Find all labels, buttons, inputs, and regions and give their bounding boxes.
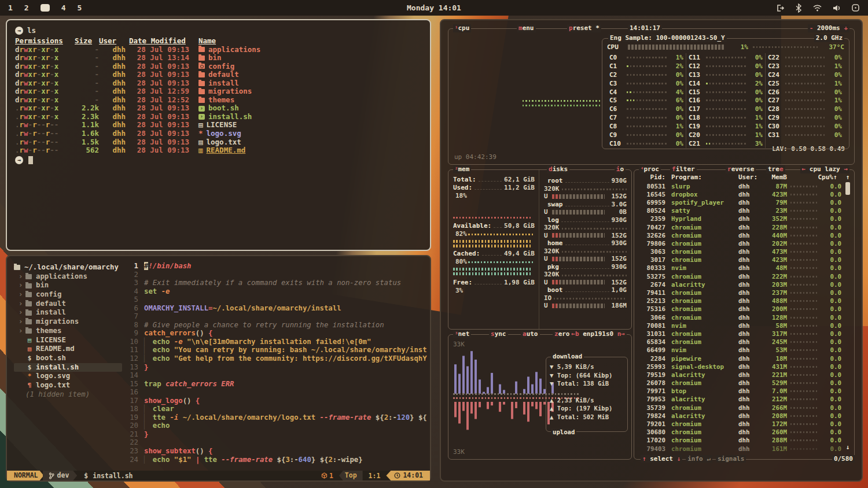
proc-signals-action[interactable]: signals bbox=[716, 455, 746, 463]
workspace-item[interactable] bbox=[41, 4, 50, 12]
proc-rows[interactable]: 80531slurpdhh87M0.016545dropboxdhh423M0.… bbox=[639, 182, 841, 453]
tree-dir-migrations[interactable]: ›migrations bbox=[14, 317, 127, 327]
tree-file-boot.sh[interactable]: $boot.sh bbox=[14, 354, 127, 363]
proc-row[interactable]: 16545dropboxdhh423M0.0 bbox=[639, 190, 841, 198]
disk-entry-pkg: pkg930G320KU152G bbox=[544, 263, 627, 287]
settings-icon[interactable] bbox=[851, 3, 860, 12]
proc-row[interactable]: 3066chromiumdhh128M0.0 bbox=[639, 313, 841, 321]
proc-row[interactable]: 32626chromiumdhh440M0.0 bbox=[639, 231, 841, 239]
volume-icon[interactable] bbox=[832, 3, 841, 13]
tree-dir-applications[interactable]: ›applications bbox=[14, 272, 127, 282]
disk-name-row: home930G bbox=[544, 239, 627, 247]
proc-row[interactable]: 30680chromiumdhh260M0.0 bbox=[639, 428, 841, 437]
proc-row[interactable]: 75316chromiumdhh200M0.0 bbox=[639, 305, 841, 313]
proc-row[interactable]: 31031chromiumdhh317M0.0 bbox=[639, 330, 841, 338]
proc-row[interactable]: 3017chromiumdhh423M0.0 bbox=[639, 256, 841, 264]
tree-dir-bin[interactable]: ›bin bbox=[14, 281, 127, 290]
proc-info-action[interactable]: info ↵ bbox=[686, 455, 712, 463]
net-tab[interactable]: ³net bbox=[453, 330, 471, 338]
net-interface[interactable]: ←b enp191s0 n→ bbox=[569, 330, 627, 338]
proc-reverse[interactable]: reverse bbox=[726, 165, 756, 173]
proc-row[interactable]: 80333nvimdhh48M0.0 bbox=[639, 264, 841, 272]
proc-row[interactable]: 79953alacrittydhh212M0.0 bbox=[639, 395, 841, 404]
cpu-tab[interactable]: ¹cpu bbox=[453, 24, 471, 32]
net-sync[interactable]: sync bbox=[489, 330, 508, 338]
bluetooth-icon[interactable] bbox=[795, 3, 803, 13]
disk-entry-home: home930G320KU152G bbox=[544, 239, 627, 263]
tree-file-README.md[interactable]: ▧README.md bbox=[14, 345, 127, 354]
proc-row[interactable]: 35739chromiumdhh266M0.0 bbox=[639, 404, 841, 412]
permissions: .rw-r--r-- bbox=[15, 130, 75, 138]
proc-row[interactable]: 80524sattydhh23M0.0 bbox=[639, 207, 841, 215]
proc-row[interactable]: 65834chromiumdhh245M0.0 bbox=[639, 338, 841, 346]
proc-row[interactable]: 66499nvimdhh53M0.0 bbox=[639, 346, 841, 354]
proc-tab[interactable]: ⁴proc bbox=[639, 165, 661, 173]
btop-window[interactable]: ¹cpu menu preset * 14:01:17 - 2000ms + u… bbox=[440, 19, 863, 482]
proc-row[interactable]: 3063chromiumdhh473M0.0 bbox=[639, 248, 841, 256]
proc-row[interactable]: 25993signal-desktopdhh431M0.0 bbox=[639, 363, 841, 371]
proc-row[interactable]: 79201chromiumdhh172M0.0 bbox=[639, 420, 841, 428]
sort-arrow[interactable]: ↑ bbox=[833, 173, 841, 182]
proc-row[interactable]: 79806chromiumdhh202M0.0 bbox=[639, 239, 841, 247]
workspace-item[interactable]: 5 bbox=[77, 3, 82, 12]
workspace-item[interactable]: 1 bbox=[8, 3, 13, 12]
proc-row[interactable]: 70427chromiumdhh228M0.0 bbox=[639, 223, 841, 231]
net-auto[interactable]: auto bbox=[521, 330, 540, 338]
tree-file-logo.txt[interactable]: ¶logo.txt bbox=[14, 381, 127, 390]
proc-row[interactable]: 2359Hyprlanddhh352M0.0 bbox=[639, 215, 841, 223]
filename: $install.sh bbox=[84, 472, 133, 480]
proc-tree[interactable]: tree bbox=[766, 165, 785, 173]
mem-tab[interactable]: ²mem bbox=[453, 165, 471, 173]
proc-row[interactable]: 26078chromiumdhh529M0.0 bbox=[639, 379, 841, 387]
proc-row[interactable]: 79519alacrittydhh221M0.0 bbox=[639, 371, 841, 379]
file-icon: $ bbox=[25, 363, 34, 372]
folder-icon bbox=[25, 328, 32, 334]
editor-window[interactable]: ~/.local/share/omarchy›applications›bin›… bbox=[6, 255, 431, 482]
proc-row[interactable]: 2674alacrittydhh203M0.0 bbox=[639, 280, 841, 289]
scrollbar-thumb[interactable] bbox=[845, 182, 850, 195]
proc-row[interactable]: 69959spotify_playerdhh79M0.0 bbox=[639, 198, 841, 206]
proc-row[interactable]: 79411chromiumdhh237M0.0 bbox=[639, 289, 841, 297]
proc-row[interactable]: 2284pipewiredhh18M0.0 bbox=[639, 354, 841, 363]
tree-dir-themes[interactable]: ›themes bbox=[14, 327, 127, 336]
menu-tab[interactable]: menu bbox=[517, 24, 536, 32]
tree-dir-install[interactable]: ›install bbox=[14, 308, 127, 317]
network-icon[interactable] bbox=[812, 3, 822, 13]
proc-sort[interactable]: ← cpu lazy → bbox=[800, 165, 849, 173]
core-meter bbox=[706, 65, 746, 67]
proc-row[interactable]: 79403chromiumdhh161M0.0 bbox=[639, 445, 841, 453]
net-zero[interactable]: zero bbox=[553, 330, 572, 338]
tree-file-logo.svg[interactable]: *logo.svg bbox=[14, 372, 127, 381]
workspace-item[interactable]: 2 bbox=[24, 3, 29, 12]
file-name: ▥README.md bbox=[198, 146, 245, 155]
terminal-window[interactable]: → ls PermissionsSizeUserDate ModifiedNam… bbox=[6, 19, 431, 251]
ls-table: PermissionsSizeUserDate ModifiedName drw… bbox=[15, 37, 422, 165]
proc-row[interactable]: 79824alacrittydhh208M0.0 bbox=[639, 412, 841, 420]
core-meter bbox=[706, 82, 746, 84]
workspace-item[interactable]: 4 bbox=[61, 3, 66, 12]
proc-filter[interactable]: filter bbox=[670, 165, 697, 173]
polling-interval[interactable]: - 2000ms + bbox=[808, 24, 849, 32]
tree-dir-config[interactable]: ›config bbox=[14, 290, 127, 300]
tree-root[interactable]: ~/.local/share/omarchy bbox=[14, 263, 127, 272]
script-icon: › bbox=[198, 114, 205, 120]
proc-row[interactable]: 53275chromiumdhh222M0.0 bbox=[639, 272, 841, 280]
tree-file-install.sh[interactable]: $install.sh bbox=[14, 363, 122, 372]
preset-tab[interactable]: preset * bbox=[567, 24, 601, 32]
code-text: OMARCHY_INSTALL=~/.local/share/omarchy/i… bbox=[144, 304, 341, 313]
proc-row[interactable]: 80531slurpdhh87M0.0 bbox=[639, 182, 841, 190]
proc-row[interactable]: 17020chromiumdhh288M0.0 bbox=[639, 437, 841, 445]
cpu-frequency: 2.0 GHz bbox=[814, 34, 844, 42]
proc-row[interactable]: 25213chromiumdhh488M0.0 bbox=[639, 297, 841, 305]
proc-row[interactable]: 70081nvimdhh58M0.0 bbox=[639, 321, 841, 330]
code-area[interactable]: 1#!/bin/bash23# Exit immediately if a co… bbox=[127, 256, 430, 471]
proc-mem-graph bbox=[790, 332, 817, 335]
proc-row[interactable]: 79971btopdhh7.0M0.0 bbox=[639, 387, 841, 395]
logout-icon[interactable] bbox=[775, 3, 785, 13]
tree-file-LICENSE[interactable]: ▤LICENSE bbox=[14, 336, 127, 345]
proc-scrollbar[interactable]: ↑ ↓ bbox=[845, 173, 851, 451]
code-text: set -e bbox=[144, 287, 170, 296]
disk-entry-boot: boot1,0GIOU186M bbox=[544, 286, 627, 310]
tree-dir-default[interactable]: ›default bbox=[14, 300, 127, 309]
file-icon: ▧ bbox=[25, 345, 34, 354]
